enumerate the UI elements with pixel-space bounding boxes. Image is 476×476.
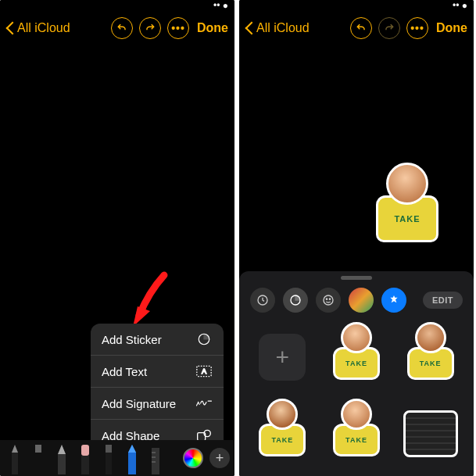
text-box-icon: A xyxy=(195,364,213,378)
menu-item-add-text[interactable]: Add Text A xyxy=(91,356,224,388)
more-button[interactable]: ••• xyxy=(406,17,428,39)
svg-rect-12 xyxy=(81,445,89,456)
more-button[interactable]: ••• xyxy=(167,17,189,39)
add-sticker-cell[interactable]: + xyxy=(249,322,317,392)
back-label: All iCloud xyxy=(17,21,70,35)
tool-lasso[interactable] xyxy=(98,443,119,474)
svg-point-26 xyxy=(329,299,330,299)
plus-icon: + xyxy=(216,450,224,467)
svg-rect-15 xyxy=(106,445,112,453)
nav-bar: All iCloud ••• Done xyxy=(239,11,474,45)
color-picker-button[interactable] xyxy=(183,448,203,468)
tab-recents[interactable] xyxy=(250,288,275,313)
ellipsis-icon: ••• xyxy=(171,23,185,34)
tab-appstore[interactable] xyxy=(381,288,406,313)
svg-text:A: A xyxy=(202,367,207,375)
menu-item-add-sticker[interactable]: Add Sticker xyxy=(91,324,224,356)
undo-button[interactable] xyxy=(350,17,372,39)
drawer-handle[interactable] xyxy=(341,276,372,280)
undo-icon xyxy=(356,23,367,34)
sticker-cell[interactable]: TAKE xyxy=(249,399,317,469)
keyboard-sticker-icon xyxy=(403,410,458,457)
svg-rect-13 xyxy=(81,456,89,474)
back-button[interactable]: All iCloud xyxy=(245,20,310,36)
edit-button[interactable]: EDIT xyxy=(423,292,463,309)
emoji-icon xyxy=(322,294,335,306)
tool-pencil[interactable] xyxy=(52,443,72,474)
svg-rect-8 xyxy=(34,451,42,474)
menu-item-label: Add Signature xyxy=(102,397,176,410)
menu-item-add-signature[interactable]: Add Signature xyxy=(91,388,224,420)
plus-icon: + xyxy=(276,344,290,370)
undo-icon xyxy=(116,23,127,34)
drawer-tabs: EDIT xyxy=(239,288,474,322)
markup-toolbar: + xyxy=(0,440,234,476)
redo-icon xyxy=(384,23,395,34)
sticker-cell[interactable] xyxy=(396,399,464,469)
nav-bar: All iCloud ••• Done xyxy=(0,11,234,45)
tool-ruler[interactable] xyxy=(145,443,166,474)
status-bar: •• ● xyxy=(239,0,474,11)
svg-marker-17 xyxy=(128,445,136,453)
svg-point-24 xyxy=(324,295,333,305)
chevron-left-icon xyxy=(6,20,16,36)
tool-pen[interactable] xyxy=(5,443,25,474)
svg-rect-9 xyxy=(35,445,41,453)
redo-button-disabled xyxy=(378,17,400,39)
phone-right: •• ● All iCloud ••• Done TAKE xyxy=(239,0,474,476)
signature-icon xyxy=(195,396,213,410)
svg-rect-14 xyxy=(106,451,112,474)
sticker-cell[interactable]: TAKE xyxy=(323,399,391,469)
back-label: All iCloud xyxy=(256,21,310,35)
clock-icon xyxy=(256,294,269,306)
redo-icon xyxy=(145,23,156,34)
ellipsis-icon: ••• xyxy=(410,23,424,34)
annotation-arrow xyxy=(133,272,172,327)
sticker-grid: + TAKE TAKE TAKE TAKE xyxy=(239,322,474,469)
appstore-icon xyxy=(388,294,400,306)
sticker-cell[interactable]: TAKE xyxy=(323,322,391,392)
add-button[interactable]: + xyxy=(209,448,230,468)
tab-stickers[interactable] xyxy=(283,288,308,313)
back-button[interactable]: All iCloud xyxy=(6,20,70,36)
tool-crayon[interactable] xyxy=(122,443,142,474)
tool-marker[interactable] xyxy=(28,443,48,474)
done-button[interactable]: Done xyxy=(436,21,467,35)
svg-marker-11 xyxy=(58,445,66,454)
sticker-drawer: EDIT + TAKE TAKE TAKE TAKE xyxy=(239,271,474,476)
add-menu: Add Sticker Add Text A Add Signature Add… xyxy=(91,324,224,451)
sticker-cell[interactable]: TAKE xyxy=(396,322,464,392)
svg-rect-18 xyxy=(152,448,159,474)
svg-marker-7 xyxy=(12,445,18,453)
menu-item-label: Add Sticker xyxy=(102,333,162,346)
tool-eraser[interactable] xyxy=(75,443,95,474)
status-bar: •• ● xyxy=(0,0,234,11)
sticker-peel-icon xyxy=(289,294,302,306)
sticker-face-icon xyxy=(386,163,428,205)
tab-emoji[interactable] xyxy=(316,288,341,313)
chevron-left-icon xyxy=(245,20,255,36)
svg-point-25 xyxy=(326,299,327,299)
undo-button[interactable] xyxy=(111,17,133,39)
phone-left: •• ● All iCloud ••• Done Add Sticker xyxy=(0,0,234,476)
menu-item-label: Add Text xyxy=(102,365,147,378)
tab-memoji[interactable] xyxy=(349,288,374,313)
sticker-peel-icon xyxy=(195,332,213,346)
placed-sticker[interactable]: TAKE xyxy=(374,163,441,244)
redo-button[interactable] xyxy=(139,17,161,39)
done-button[interactable]: Done xyxy=(197,21,228,35)
